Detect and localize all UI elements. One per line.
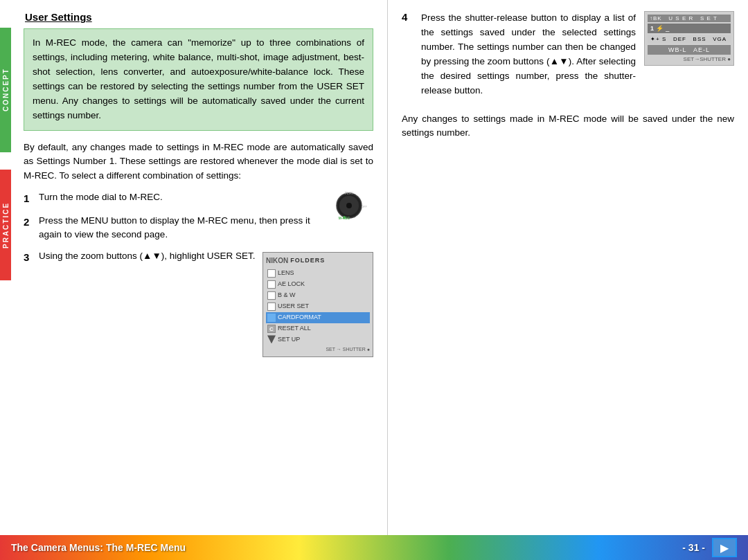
menu-checkbox-folders [267,269,276,278]
menu-label-bw: USER SET [278,302,309,311]
footer-title: The Camera Menus: The M-REC Menu [11,542,186,553]
user-set-header: ↑BK U S E R S E T [648,15,731,22]
step-4-num: 4 [402,11,414,23]
user-set-icon-camera: ⎯ [666,25,669,32]
menu-item-cardformat: C RESET ALL [266,323,370,334]
menu-checkbox-cardformat: C [267,325,276,333]
menu-item-bw: USER SET [266,301,370,312]
practice-intro: By default, any changes made to settings… [24,141,373,184]
svg-text:PLAY: PLAY [345,191,354,195]
menu-label-resetall: SET UP [278,335,300,345]
menu-checkbox-aelock [267,291,276,300]
practice-section: By default, any changes made to settings… [24,141,373,358]
svg-text:OFF: OFF [362,205,368,208]
user-set-panel: ↑BK U S E R S E T 1 ⚡ ⎯ ✦+ S DEF BSS [644,11,734,66]
step-4-content: Press the shutter-release button to disp… [421,11,734,98]
page-title: User Settings [25,11,373,23]
right-column: 4 Press the shutter-release button to di… [388,0,748,535]
menu-label-userset: CARDFORMAT [278,313,321,323]
step-2-num: 2 [24,214,36,230]
user-set-settings-text: ✦+ S DEF BSS VGA [650,36,727,42]
step-2: 2 Press the MENU button to display the M… [24,214,318,243]
menu-checkbox-lens [267,280,276,289]
nikon-menu-header: NIKON FOLDERS [266,255,370,267]
menu-checkbox-bw [267,302,276,311]
page-wrapper: User Settings CONCEPT In M-REC mode, the… [0,0,748,560]
menu-label-lens: AE LOCK [278,280,305,289]
step-1-text: Turn the mode dial to M-REC. [39,190,318,205]
user-set-row-3: WB-L AE-L [648,45,731,55]
user-set-wb-ael: WB-L AE-L [668,46,710,53]
svg-point-6 [343,216,346,219]
practice-label: PRACTICE [0,170,11,280]
nikon-menu-panel: NIKON FOLDERS LENS AE [262,252,373,357]
concept-label: CONCEPT [0,28,11,152]
user-set-number: 1 [650,25,654,32]
user-set-shutter-label: SET→SHUTTER ● [648,56,731,62]
user-set-header-text: ↑BK U S E R S E T [650,15,718,21]
menu-item-resetall: SET UP [266,334,370,345]
next-page-button[interactable] [712,538,737,557]
footer-bar: The Camera Menus: The M-REC Menu - 31 - [0,535,748,560]
mode-dial-illustration: PLAY OFF M-REC [325,190,373,231]
menu-item-lens: AE LOCK [266,279,370,290]
menu-item-aelock: B & W [266,290,370,301]
step-1: 1 Turn the mode dial to M-REC. [24,190,318,206]
user-set-row-1: 1 ⚡ ⎯ [648,24,731,33]
concept-box: In M-REC mode, the camera can "memorize"… [24,28,373,131]
step-4-wrapper: 4 Press the shutter-release button to di… [402,11,734,98]
step-1-num: 1 [24,190,36,206]
menu-item-folders: LENS [266,268,370,279]
footer-right: - 31 - [682,538,737,557]
nikon-set-shutter-label: SET → SHUTTER ● [266,346,370,354]
main-content: User Settings CONCEPT In M-REC mode, the… [0,0,748,535]
menu-item-userset: CARDFORMAT [266,312,370,323]
svg-point-2 [346,203,352,208]
nikon-menu-title: FOLDERS [290,256,325,266]
any-changes-text: Any changes to settings made in M-REC mo… [402,112,734,141]
menu-checkbox-userset [267,314,276,322]
steps-list: 1 Turn the mode dial to M-REC. 2 Press t… [24,190,373,357]
step-3-content: NIKON FOLDERS LENS AE [39,249,373,357]
concept-text: In M-REC mode, the camera can "memorize"… [33,37,364,120]
menu-label-aelock: B & W [278,291,296,300]
menu-label-folders: LENS [278,269,294,278]
menu-label-cardformat: RESET ALL [278,324,311,334]
step-3: 3 NIKON FOLDERS [24,249,373,357]
menu-arrow-down-icon [267,335,276,343]
user-set-icon-flash: ⚡ [656,25,664,32]
nikon-logo: NIKON [266,255,288,267]
user-set-row-2: ✦+ S DEF BSS VGA [648,35,731,44]
step-3-text: Using the zoom buttons (▲▼), highlight U… [39,251,256,261]
step-2-text: Press the MENU button to display the M-R… [39,214,318,243]
step-3-num: 3 [24,249,36,265]
page-number: - 31 - [682,542,705,553]
left-column: User Settings CONCEPT In M-REC mode, the… [0,0,388,535]
step-4-text: Press the shutter-release button to disp… [421,11,636,98]
